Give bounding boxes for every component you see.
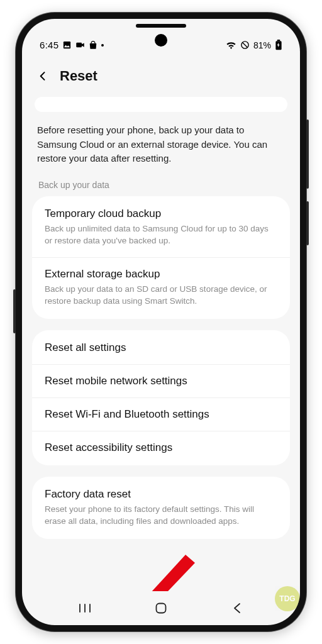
screen: 6:45 81% (22, 19, 300, 625)
speaker-notch (136, 24, 186, 28)
item-reset-accessibility[interactable]: Reset accessibility settings (32, 431, 290, 464)
intro-text: Before resetting your phone, back up you… (32, 123, 290, 176)
svg-rect-0 (64, 42, 70, 48)
volume-button (306, 119, 309, 189)
backup-group: Temporary cloud backup Back up unlimited… (32, 196, 290, 319)
item-title: Factory data reset (45, 488, 277, 501)
nav-recents-button[interactable] (75, 602, 94, 614)
do-not-disturb-icon (240, 40, 250, 50)
back-button[interactable] (36, 69, 50, 83)
item-title: Reset mobile network settings (45, 375, 277, 387)
status-left: 6:45 (40, 40, 104, 50)
status-time: 6:45 (40, 40, 58, 50)
item-title: Reset all settings (45, 341, 277, 354)
factory-group: Factory data reset Reset your phone to i… (32, 477, 290, 539)
status-right: 81% (226, 40, 282, 50)
item-subtitle: Reset your phone to its factory default … (45, 503, 277, 528)
battery-icon (275, 40, 282, 50)
camera-punch-hole (155, 34, 167, 47)
item-title: Reset Wi-Fi and Bluetooth settings (45, 408, 277, 421)
item-title: Reset accessibility settings (45, 441, 277, 454)
item-subtitle: Back up unlimited data to Samsung Cloud … (45, 223, 277, 247)
page-header: Reset (22, 52, 300, 93)
watermark-badge: TDG (275, 586, 300, 611)
item-reset-wifi-bluetooth[interactable]: Reset Wi-Fi and Bluetooth settings (32, 397, 290, 431)
reset-group: Reset all settings Reset mobile network … (32, 330, 290, 465)
previous-card-stub (35, 97, 287, 112)
nav-bar (22, 591, 300, 625)
shop-icon (89, 41, 97, 50)
svg-marker-8 (136, 555, 195, 591)
nav-home-button[interactable] (152, 602, 170, 614)
item-factory-data-reset[interactable]: Factory data reset Reset your phone to i… (32, 478, 290, 538)
battery-percent: 81% (253, 40, 271, 50)
nav-back-button[interactable] (228, 602, 247, 614)
svg-rect-5 (277, 40, 280, 41)
side-button-left (13, 289, 16, 333)
page-title: Reset (60, 68, 97, 84)
svg-line-3 (243, 43, 248, 48)
wifi-icon (226, 41, 236, 49)
item-external-storage-backup[interactable]: External storage backup Back up your dat… (32, 257, 290, 318)
power-button (306, 201, 309, 245)
section-label-backup: Back up your data (32, 176, 290, 196)
item-reset-all-settings[interactable]: Reset all settings (32, 331, 290, 364)
item-temporary-cloud-backup[interactable]: Temporary cloud backup Back up unlimited… (32, 197, 290, 257)
video-icon (75, 41, 85, 49)
svg-rect-12 (156, 604, 165, 613)
item-title: Temporary cloud backup (45, 208, 277, 220)
phone-frame: 6:45 81% (16, 13, 306, 631)
item-title: External storage backup (45, 268, 277, 280)
content: Before resetting your phone, back up you… (22, 93, 300, 591)
svg-rect-1 (77, 43, 82, 48)
item-subtitle: Back up your data to an SD card or USB s… (45, 283, 277, 308)
more-notifications-dot (101, 44, 104, 47)
annotation-arrow (110, 547, 198, 591)
item-reset-mobile-network[interactable]: Reset mobile network settings (32, 364, 290, 397)
gallery-icon (62, 40, 72, 50)
